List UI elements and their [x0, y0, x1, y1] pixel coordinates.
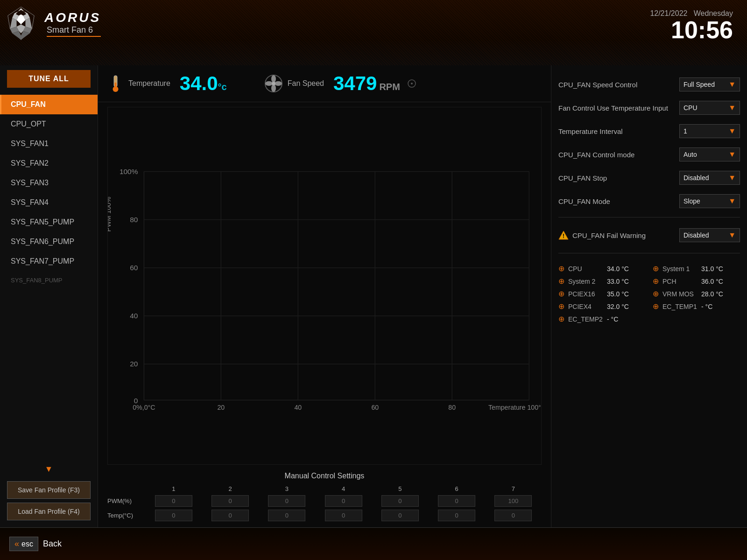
svg-text:60: 60 — [130, 264, 138, 272]
divider-1 — [558, 217, 740, 217]
sensors-grid: ⊕ CPU 34.0 °C ⊕ System 1 31.0 °C ⊕ Syste… — [558, 264, 740, 323]
svg-text:PWM 100%: PWM 100% — [107, 196, 112, 231]
fan-mode-row: CPU_FAN Mode Slope ▼ — [558, 191, 740, 211]
temp-input-2[interactable] — [211, 510, 249, 521]
temp-input-dropdown[interactable]: CPU ▼ — [679, 101, 740, 115]
temp-input-5[interactable] — [381, 510, 419, 521]
col-header-4: 4 — [315, 484, 372, 494]
col-header-5: 5 — [372, 484, 428, 494]
svg-text:20: 20 — [217, 404, 225, 411]
pwm-input-2[interactable] — [211, 495, 249, 507]
temp-input-6[interactable] — [438, 510, 475, 521]
fan-speed-icon — [264, 74, 283, 93]
datetime-display: 12/21/2022 Wednesday 10:56 — [650, 9, 733, 42]
sensor-icon-ec-temp2: ⊕ — [558, 315, 564, 323]
sensor-pciex16: ⊕ PCIEX16 35.0 °C — [558, 289, 646, 298]
fan-stop-dropdown[interactable]: Disabled ▼ — [679, 171, 740, 185]
fan-curve-chart[interactable]: 100% 80 60 40 20 0 PWM 100% 0%,0°C 20 40… — [98, 102, 551, 469]
svg-text:80: 80 — [130, 216, 138, 224]
chevron-left-icon: « — [14, 539, 19, 549]
svg-point-21 — [411, 83, 413, 84]
svg-text:20: 20 — [130, 360, 138, 368]
svg-text:100%: 100% — [120, 168, 138, 175]
fan-mode-value: Slope — [684, 197, 700, 205]
fan-mode-dropdown[interactable]: Slope ▼ — [679, 194, 740, 208]
aorus-wolf-logo — [5, 5, 37, 42]
fan-stop-arrow: ▼ — [728, 174, 736, 182]
speed-control-label: CPU_FAN Speed Control — [558, 81, 679, 89]
fan-item-sys-fan4[interactable]: SYS_FAN4 — [0, 193, 98, 212]
manual-settings-title: Manual Control Settings — [107, 472, 542, 480]
control-mode-label: CPU_FAN Control mode — [558, 151, 679, 159]
load-fan-profile-button[interactable]: Load Fan Profile (F4) — [7, 503, 91, 520]
sensor-pciex4: ⊕ PCIEX4 32.0 °C — [558, 302, 646, 311]
fail-warning-label-group: ! CPU_FAN Fail Warning — [558, 230, 646, 240]
pwm-input-4[interactable] — [325, 495, 362, 507]
sensor-value-ec-temp2: - °C — [607, 315, 618, 323]
fan-item-sys-fan7-pump[interactable]: SYS_FAN7_PUMP — [0, 252, 98, 271]
tune-all-button[interactable]: TUNE ALL — [7, 70, 91, 88]
sensor-name-ec-temp2: EC_TEMP2 — [568, 315, 603, 323]
fan-item-more[interactable]: SYS_FAN8_PUMP — [0, 271, 98, 289]
pwm-label: PWM(%) — [107, 494, 145, 508]
temp-interval-dropdown[interactable]: 1 ▼ — [679, 124, 740, 138]
pwm-input-7[interactable] — [494, 495, 532, 507]
main-content: TUNE ALL CPU_FAN CPU_OPT SYS_FAN1 SYS_FA… — [0, 65, 747, 527]
save-fan-profile-button[interactable]: Save Fan Profile (F3) — [7, 481, 91, 499]
fan-item-cpu-opt[interactable]: CPU_OPT — [0, 114, 98, 134]
fan-list: CPU_FAN CPU_OPT SYS_FAN1 SYS_FAN2 SYS_FA… — [0, 95, 98, 462]
pwm-input-5[interactable] — [381, 495, 419, 507]
esc-back-button[interactable]: « esc Back — [9, 537, 62, 551]
fail-warning-arrow: ▼ — [728, 231, 736, 239]
sensor-name-cpu: CPU — [568, 265, 603, 273]
fan-curve-svg: 100% 80 60 40 20 0 PWM 100% 0%,0°C 20 40… — [107, 107, 542, 465]
fan-item-cpu-fan[interactable]: CPU_FAN — [0, 95, 98, 114]
fail-warning-label: CPU_FAN Fail Warning — [572, 231, 646, 239]
fail-warning-row: ! CPU_FAN Fail Warning Disabled ▼ — [558, 224, 740, 247]
stats-bar: Temperature 34.0°c Fan Speed — [98, 65, 551, 102]
svg-text:60: 60 — [371, 404, 379, 411]
back-label: Back — [43, 539, 62, 549]
header — [0, 0, 747, 65]
temperature-value: 34.0°c — [180, 72, 227, 95]
sensor-name-pciex16: PCIEX16 — [568, 290, 603, 298]
thermometer-icon — [107, 74, 124, 93]
temp-input-1[interactable] — [155, 510, 192, 521]
pwm-input-6[interactable] — [438, 495, 475, 507]
fan-mode-arrow: ▼ — [728, 197, 736, 205]
pwm-input-3[interactable] — [268, 495, 305, 507]
control-mode-value: Auto — [684, 151, 697, 158]
warning-triangle-icon: ! — [558, 230, 569, 240]
col-header-2: 2 — [202, 484, 259, 494]
fan-item-sys-fan5-pump[interactable]: SYS_FAN5_PUMP — [0, 212, 98, 232]
svg-text:!: ! — [563, 233, 564, 239]
pwm-row: PWM(%) — [107, 494, 542, 508]
sensor-ec-temp1: ⊕ EC_TEMP1 - °C — [653, 302, 740, 311]
temp-input-4[interactable] — [325, 510, 362, 521]
fan-item-sys-fan2[interactable]: SYS_FAN2 — [0, 154, 98, 173]
fail-warning-dropdown[interactable]: Disabled ▼ — [679, 228, 740, 242]
control-mode-arrow: ▼ — [728, 150, 736, 159]
sensor-name-vrm-mos: VRM MOS — [662, 290, 698, 298]
temp-input-row: Fan Control Use Temperature Input CPU ▼ — [558, 98, 740, 118]
fan-item-sys-fan3[interactable]: SYS_FAN3 — [0, 173, 98, 193]
svg-point-17 — [271, 84, 276, 92]
fan-item-sys-fan1[interactable]: SYS_FAN1 — [0, 134, 98, 154]
temp-input-3[interactable] — [268, 510, 305, 521]
settings-circle-icon — [407, 79, 416, 88]
sensor-ec-temp2: ⊕ EC_TEMP2 - °C — [558, 315, 646, 323]
svg-rect-13 — [115, 83, 117, 89]
pwm-input-1[interactable] — [155, 495, 192, 507]
time-display: 10:56 — [650, 18, 733, 42]
speed-control-arrow: ▼ — [728, 80, 736, 89]
fan-item-sys-fan6-pump[interactable]: SYS_FAN6_PUMP — [0, 232, 98, 252]
control-mode-dropdown[interactable]: Auto ▼ — [679, 147, 740, 161]
scroll-down-arrow[interactable]: ▼ — [0, 462, 98, 476]
temp-input-7[interactable] — [494, 510, 532, 521]
col-header-6: 6 — [429, 484, 485, 494]
esc-key[interactable]: « esc — [9, 537, 38, 551]
temp-input-value: CPU — [684, 104, 698, 112]
column-header-row: 1 2 3 4 5 6 7 — [107, 484, 542, 494]
speed-control-dropdown[interactable]: Full Speed ▼ — [679, 77, 740, 91]
app-title: Smart Fan 6 — [47, 25, 101, 37]
